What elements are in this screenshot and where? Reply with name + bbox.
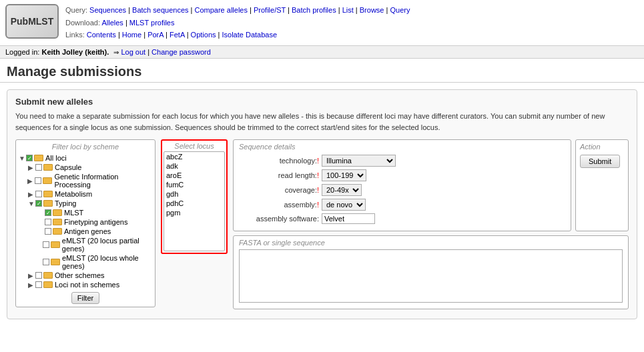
submit-section-title: Submit new alleles bbox=[15, 97, 629, 107]
nav-link-isolate-database[interactable]: Isolate Database bbox=[222, 31, 278, 39]
checkbox-emlst-whole[interactable] bbox=[43, 259, 49, 265]
checkbox-mlst[interactable]: ✓ bbox=[45, 209, 51, 216]
tree-item-mlst[interactable]: ✓ MLST bbox=[19, 208, 152, 217]
checkbox-finetyping[interactable] bbox=[45, 219, 51, 225]
tree-item-metabolism[interactable]: ▶ Metabolism bbox=[19, 189, 152, 199]
checkbox-all-loci[interactable]: ✓ bbox=[26, 155, 33, 161]
checkbox-loci-not-in-schemes[interactable] bbox=[35, 281, 42, 288]
query-link-batch-profiles[interactable]: Batch profiles bbox=[292, 6, 336, 14]
links-label: Links: bbox=[65, 31, 87, 39]
login-bar: Logged in: Keith Jolley (keith). ⇒ Log o… bbox=[0, 46, 644, 59]
assembly-select[interactable]: de novo mapped bbox=[322, 199, 366, 211]
expand-icon-loci-not-in-schemes: ▶ bbox=[28, 281, 35, 289]
header: PubMLST Query: Sequences | Batch sequenc… bbox=[0, 0, 644, 46]
logout-link[interactable]: Log out bbox=[121, 48, 145, 56]
tree-item-emlst-partial[interactable]: eMLST (20 locus partial genes) bbox=[19, 236, 152, 253]
query-link-query[interactable]: Query bbox=[390, 6, 410, 14]
query-link-batch-sequences[interactable]: Batch sequences bbox=[132, 6, 188, 14]
nav-link-pora[interactable]: PorA bbox=[147, 31, 164, 39]
checkbox-other-schemes[interactable] bbox=[35, 272, 42, 279]
locus-option-adk[interactable]: adk bbox=[164, 161, 224, 171]
assembly-label: assembly:! bbox=[239, 201, 319, 209]
nav-link-options[interactable]: Options bbox=[191, 31, 216, 39]
tree-item-finetyping[interactable]: Finetyping antigens bbox=[19, 217, 152, 227]
change-password-link[interactable]: Change password bbox=[151, 48, 211, 56]
tree-item-other-schemes[interactable]: ▶ Other schemes bbox=[19, 271, 152, 280]
query-link-compare-alleles[interactable]: Compare alleles bbox=[194, 6, 247, 14]
filter-panel-title: Filter loci by scheme bbox=[19, 143, 152, 151]
label-finetyping: Finetyping antigens bbox=[64, 218, 127, 226]
tree-item-capsule[interactable]: ▶ Capsule bbox=[19, 163, 152, 172]
coverage-select[interactable]: 20-49x <20x 50-99x >100x bbox=[322, 184, 362, 196]
logo: PubMLST bbox=[5, 4, 59, 39]
submit-section: Submit new alleles You need to make a se… bbox=[7, 89, 637, 319]
tree-item-typing[interactable]: ▼ ✓ Typing bbox=[19, 199, 152, 208]
locus-option-fumC[interactable]: fumC bbox=[164, 180, 224, 189]
page-title-bar: Manage submissions bbox=[0, 59, 644, 83]
technology-label: technology:! bbox=[239, 157, 319, 165]
locus-option-gdh[interactable]: gdh bbox=[164, 189, 224, 199]
locus-select[interactable]: abcZ adk aroE fumC gdh pdhC pgm bbox=[164, 151, 225, 251]
locus-option-abcZ[interactable]: abcZ bbox=[164, 152, 224, 161]
read-length-label: read length:! bbox=[239, 171, 319, 179]
nav-link-feta[interactable]: FetA bbox=[170, 31, 185, 39]
query-link-browse[interactable]: Browse bbox=[360, 6, 384, 14]
label-mlst: MLST bbox=[64, 209, 83, 217]
label-emlst-partial: eMLST (20 locus partial genes) bbox=[62, 237, 152, 253]
download-links-row: Download: Alleles | MLST profiles bbox=[65, 17, 410, 29]
assembly-software-label: assembly software: bbox=[239, 215, 319, 223]
checkbox-typing[interactable]: ✓ bbox=[35, 200, 42, 207]
checkbox-emlst-partial[interactable] bbox=[43, 241, 49, 248]
submit-button[interactable]: Submit bbox=[580, 155, 620, 168]
query-link-list[interactable]: List bbox=[342, 6, 354, 14]
tree-item-antigen-genes[interactable]: Antigen genes bbox=[19, 227, 152, 236]
nav-link-home[interactable]: Home bbox=[122, 31, 141, 39]
coverage-label: coverage:! bbox=[239, 186, 319, 194]
checkbox-genetic-info[interactable] bbox=[35, 177, 41, 184]
technology-select[interactable]: Illumina 454 Ion Torrent PacBio Oxford N… bbox=[322, 155, 396, 167]
checkbox-antigen-genes[interactable] bbox=[45, 228, 51, 235]
label-capsule: Capsule bbox=[55, 163, 81, 171]
tree-item-genetic-info[interactable]: ▶ Genetic Information Processing bbox=[19, 172, 152, 189]
folder-icon-typing bbox=[43, 200, 53, 207]
locus-panel-title: Select locus bbox=[164, 142, 225, 150]
tree-item-loci-not-in-schemes[interactable]: ▶ Loci not in schemes bbox=[19, 280, 152, 289]
folder-icon-emlst-partial bbox=[51, 241, 60, 248]
read-length-select[interactable]: 100-199 <100 200-299 300-499 >500 bbox=[322, 169, 366, 181]
filter-loci-panel: Filter loci by scheme ▼ ✓ All loci ▶ Cap bbox=[15, 139, 155, 307]
right-columns: Sequence details technology:! Illumina 4… bbox=[233, 139, 629, 309]
label-loci-not-in-schemes: Loci not in schemes bbox=[55, 281, 119, 289]
download-label: Download: bbox=[65, 19, 101, 27]
right-top-row: Sequence details technology:! Illumina 4… bbox=[233, 139, 629, 231]
locus-option-pgm[interactable]: pgm bbox=[164, 208, 224, 217]
sequence-details-panel: Sequence details technology:! Illumina 4… bbox=[233, 139, 571, 231]
folder-icon-antigen-genes bbox=[53, 228, 62, 235]
query-link-profile-st[interactable]: Profile/ST bbox=[254, 6, 286, 14]
folder-icon-emlst-whole bbox=[51, 259, 60, 265]
filter-button[interactable]: Filter bbox=[71, 292, 99, 304]
label-metabolism: Metabolism bbox=[55, 190, 92, 198]
checkbox-capsule[interactable] bbox=[35, 164, 42, 171]
download-link-mlst-profiles[interactable]: MLST profiles bbox=[129, 19, 175, 27]
nav-link-contents[interactable]: Contents bbox=[87, 31, 116, 39]
tree-item-all-loci[interactable]: ▼ ✓ All loci bbox=[19, 153, 152, 163]
label-genetic-info: Genetic Information Processing bbox=[54, 173, 152, 189]
locus-option-aroE[interactable]: aroE bbox=[164, 171, 224, 180]
query-link-sequences[interactable]: Sequences bbox=[89, 6, 126, 14]
label-other-schemes: Other schemes bbox=[55, 271, 105, 279]
tree-item-emlst-whole[interactable]: eMLST (20 locus whole genes) bbox=[19, 253, 152, 271]
expand-icon-genetic-info: ▶ bbox=[27, 177, 34, 185]
checkbox-metabolism[interactable] bbox=[35, 191, 42, 197]
fasta-textarea[interactable] bbox=[239, 249, 623, 303]
locus-option-pdhC[interactable]: pdhC bbox=[164, 199, 224, 208]
main-content: Submit new alleles You need to make a se… bbox=[0, 83, 644, 333]
download-link-alleles[interactable]: Alleles bbox=[101, 19, 123, 27]
form-columns: Filter loci by scheme ▼ ✓ All loci ▶ Cap bbox=[15, 139, 629, 309]
folder-icon-capsule bbox=[43, 164, 53, 171]
folder-icon-other-schemes bbox=[43, 272, 53, 279]
select-locus-panel: Select locus abcZ adk aroE fumC gdh pdhC… bbox=[161, 139, 228, 254]
nav-links-container: Query: Sequences | Batch sequences | Com… bbox=[65, 4, 410, 41]
assembly-software-input[interactable] bbox=[322, 213, 375, 224]
folder-icon-metabolism bbox=[43, 191, 53, 197]
fasta-title: FASTA or single sequence bbox=[239, 239, 623, 247]
